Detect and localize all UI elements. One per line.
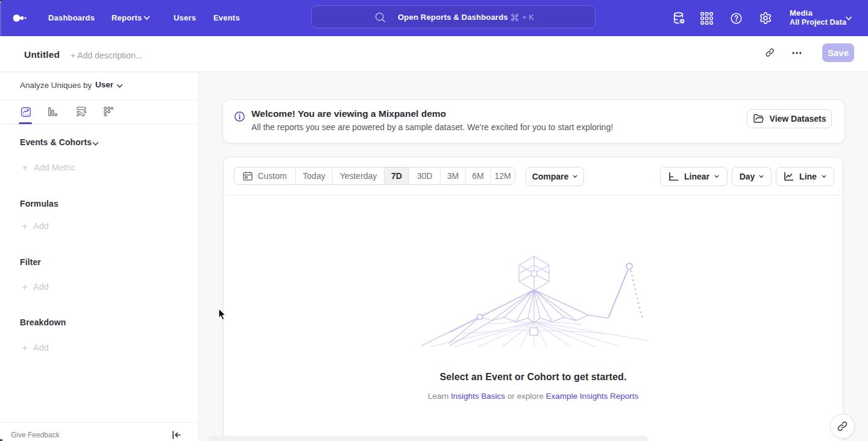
svg-text:i: i [239, 113, 241, 121]
